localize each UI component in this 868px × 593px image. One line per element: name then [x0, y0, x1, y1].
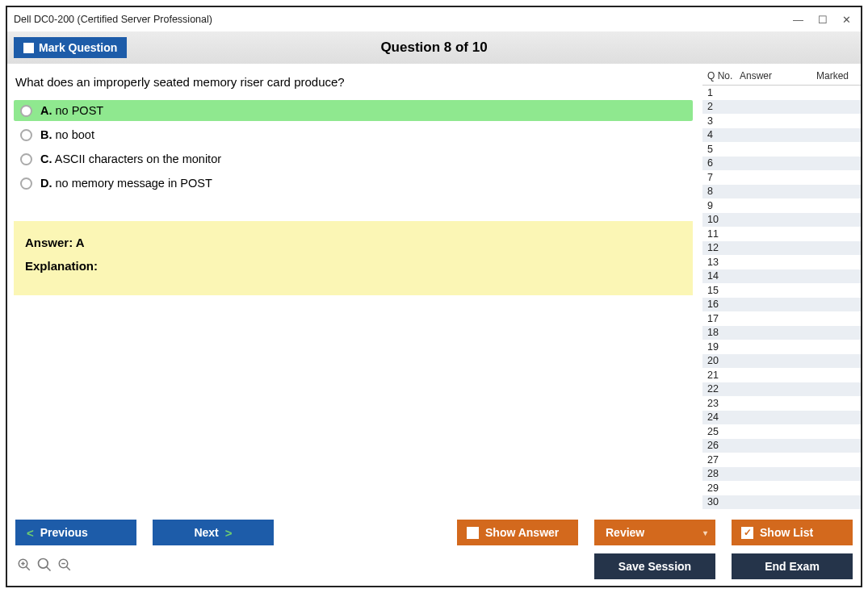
qlist-row[interactable]: 22 [702, 382, 861, 397]
qlist-row[interactable]: 25 [702, 424, 861, 439]
qlist-row[interactable]: 16 [702, 298, 861, 312]
option-label: A. no POST [40, 104, 103, 117]
window-controls: — ☐ ✕ [793, 15, 851, 25]
qlist-row[interactable]: 19 [702, 340, 861, 354]
close-button[interactable]: ✕ [842, 15, 851, 25]
dropdown-caret-icon: ▾ [703, 528, 707, 537]
qno-cell: 20 [707, 355, 740, 366]
maximize-button[interactable]: ☐ [818, 15, 828, 25]
mark-question-button[interactable]: Mark Question [14, 37, 127, 58]
qlist-row[interactable]: 23 [702, 396, 861, 411]
previous-button[interactable]: < Previous [15, 520, 136, 545]
checkbox-checked-icon: ✓ [741, 527, 753, 539]
toolbar: Mark Question Question 8 of 10 [7, 31, 861, 64]
titlebar: Dell DC0-200 (Certified Server Professio… [7, 7, 861, 31]
radio-icon [20, 129, 32, 141]
qlist-row[interactable]: 27 [702, 453, 861, 467]
next-button[interactable]: Next > [153, 520, 274, 545]
footer: < Previous Next > Show Answer Review ▾ ✓… [7, 515, 861, 586]
qno-cell: 4 [707, 129, 740, 140]
qno-cell: 11 [707, 228, 740, 240]
qno-cell: 3 [707, 115, 740, 127]
checkbox-icon [23, 43, 34, 53]
option-label: B. no boot [40, 128, 94, 141]
qno-cell: 23 [707, 398, 740, 409]
radio-icon [20, 177, 32, 190]
qlist-row[interactable]: 26 [702, 439, 861, 453]
qlist-row[interactable]: 28 [702, 467, 861, 482]
qno-cell: 10 [707, 214, 740, 225]
qlist-row[interactable]: 18 [702, 326, 861, 340]
minimize-button[interactable]: — [793, 15, 803, 25]
qno-cell: 27 [707, 454, 740, 466]
option-label: C. ASCII characters on the monitor [40, 152, 221, 165]
qlist-row[interactable]: 17 [702, 311, 861, 326]
qlist-row[interactable]: 30 [702, 495, 861, 510]
qlist-row[interactable]: 8 [702, 185, 861, 199]
show-list-button[interactable]: ✓ Show List [732, 520, 853, 545]
qlist-row[interactable]: 29 [702, 481, 861, 495]
qno-cell: 9 [707, 200, 740, 211]
option-a[interactable]: A. no POST [14, 100, 693, 121]
save-session-button[interactable]: Save Session [594, 553, 715, 579]
qlist-row[interactable]: 21 [702, 368, 861, 382]
mark-question-label: Mark Question [39, 41, 117, 54]
radio-icon [20, 153, 32, 165]
qlist-row[interactable]: 15 [702, 283, 861, 298]
option-c[interactable]: C. ASCII characters on the monitor [14, 148, 693, 169]
qno-cell: 6 [707, 157, 740, 169]
qno-cell: 12 [707, 242, 740, 253]
option-label: D. no memory message in POST [40, 177, 212, 190]
col-qno: Q No. [707, 70, 740, 81]
qno-cell: 29 [707, 482, 740, 494]
qlist-row[interactable]: 24 [702, 411, 861, 425]
chevron-right-icon: > [225, 526, 233, 540]
radio-icon [20, 105, 32, 117]
end-exam-button[interactable]: End Exam [732, 553, 853, 579]
question-list[interactable]: 1234567891011121314151617181920212223242… [702, 85, 861, 515]
qno-cell: 22 [707, 383, 740, 395]
qlist-row[interactable]: 5 [702, 142, 861, 157]
explanation-label: Explanation: [25, 259, 681, 273]
qlist-row[interactable]: 3 [702, 114, 861, 128]
option-d[interactable]: D. no memory message in POST [14, 173, 693, 194]
zoom-controls [15, 557, 72, 577]
sidebar-header: Q No. Answer Marked [702, 67, 861, 85]
qlist-row[interactable]: 12 [702, 241, 861, 256]
qlist-row[interactable]: 1 [702, 86, 861, 100]
show-answer-button[interactable]: Show Answer [457, 520, 578, 545]
content-area: What does an improperly seated memory ri… [7, 64, 861, 515]
qlist-row[interactable]: 4 [702, 128, 861, 143]
answer-box: Answer: A Explanation: [14, 221, 693, 295]
zoom-out-icon[interactable] [57, 558, 72, 576]
qlist-row[interactable]: 11 [702, 227, 861, 241]
zoom-reset-icon[interactable] [17, 558, 31, 576]
qno-cell: 13 [707, 257, 740, 268]
checkbox-icon [467, 527, 479, 539]
qlist-row[interactable]: 6 [702, 157, 861, 171]
qlist-row[interactable]: 13 [702, 255, 861, 269]
app-window: Dell DC0-200 (Certified Server Professio… [6, 6, 862, 587]
answer-line: Answer: A [25, 236, 681, 249]
qno-cell: 18 [707, 327, 740, 338]
qno-cell: 5 [707, 144, 740, 155]
question-list-sidebar: Q No. Answer Marked 12345678910111213141… [699, 64, 861, 515]
zoom-in-icon[interactable] [36, 557, 52, 577]
qlist-row[interactable]: 2 [702, 100, 861, 115]
qlist-row[interactable]: 9 [702, 198, 861, 213]
qno-cell: 26 [707, 440, 740, 451]
svg-line-7 [66, 566, 70, 570]
qlist-row[interactable]: 14 [702, 269, 861, 284]
qlist-row[interactable]: 20 [702, 354, 861, 369]
qno-cell: 1 [707, 87, 740, 98]
question-text: What does an improperly seated memory ri… [15, 75, 693, 89]
qno-cell: 16 [707, 299, 740, 310]
qno-cell: 25 [707, 426, 740, 437]
qlist-row[interactable]: 7 [702, 170, 861, 185]
qlist-row[interactable]: 10 [702, 213, 861, 228]
qno-cell: 15 [707, 285, 740, 296]
options-list: A. no POSTB. no bootC. ASCII characters … [14, 100, 693, 197]
review-button[interactable]: Review ▾ [594, 520, 715, 545]
option-b[interactable]: B. no boot [14, 124, 693, 145]
svg-line-1 [26, 566, 30, 570]
